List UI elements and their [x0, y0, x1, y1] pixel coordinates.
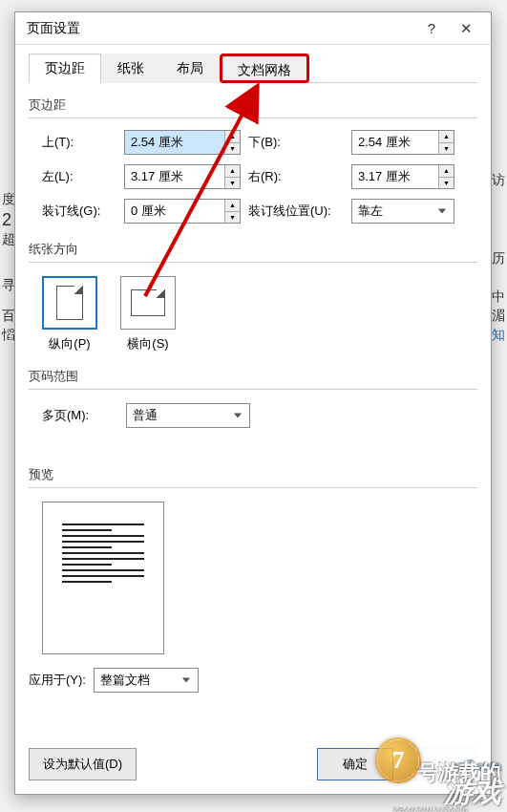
- landscape-icon-box: [120, 276, 176, 330]
- gutter-spinner[interactable]: ▲▼: [124, 199, 241, 224]
- spin-buttons[interactable]: ▲▼: [224, 165, 240, 188]
- ok-button[interactable]: 确定: [317, 748, 393, 780]
- orientation-portrait[interactable]: 纵向(P): [42, 276, 97, 353]
- section-rule: [29, 389, 477, 390]
- spin-buttons[interactable]: ▲▼: [224, 200, 240, 223]
- bg-text: 中: [492, 288, 505, 306]
- gutter-input[interactable]: [125, 200, 224, 223]
- preview-line: [62, 541, 144, 543]
- bg-text: 慆: [2, 327, 15, 344]
- spin-up-icon[interactable]: ▲: [225, 200, 240, 212]
- preview-line: [62, 564, 112, 566]
- apply-to-select[interactable]: 整篇文档: [94, 668, 199, 693]
- spin-down-icon[interactable]: ▼: [225, 143, 240, 155]
- tab-margins[interactable]: 页边距: [29, 53, 101, 83]
- tab-paper[interactable]: 纸张: [101, 53, 160, 83]
- preview-line: [62, 535, 144, 537]
- preview-line: [62, 552, 144, 554]
- preview-line: [62, 569, 144, 571]
- gutter-pos-select[interactable]: 靠左: [351, 199, 454, 224]
- dialog-title: 页面设置: [23, 20, 414, 37]
- section-rule: [29, 118, 477, 118]
- spin-up-icon[interactable]: ▲: [225, 165, 240, 178]
- left-label: 左(L):: [42, 168, 116, 185]
- cancel-button[interactable]: 取消: [401, 748, 477, 780]
- portrait-icon-box: [42, 276, 97, 330]
- section-orientation-label: 纸张方向: [29, 241, 477, 258]
- top-input[interactable]: [125, 131, 224, 154]
- landscape-page-icon: [131, 289, 165, 316]
- spin-down-icon[interactable]: ▼: [225, 178, 240, 189]
- tab-document-grid[interactable]: 文档网格: [220, 53, 309, 83]
- multi-pages-label: 多页(M):: [42, 407, 109, 424]
- preview-line: [62, 558, 144, 560]
- top-label: 上(T):: [42, 134, 116, 151]
- set-default-button[interactable]: 设为默认值(D): [29, 748, 137, 780]
- bottom-input[interactable]: [352, 131, 438, 154]
- preview-page: [42, 502, 164, 654]
- right-spinner[interactable]: ▲▼: [351, 164, 454, 189]
- top-spinner[interactable]: ▲▼: [124, 130, 241, 155]
- right-label: 右(R):: [248, 168, 344, 185]
- preview-line: [62, 529, 112, 531]
- spin-up-icon[interactable]: ▲: [439, 131, 454, 143]
- close-button[interactable]: ✕: [449, 15, 483, 42]
- apply-to-row: 应用于(Y): 整篇文档: [29, 668, 477, 693]
- bg-text: 历: [492, 250, 505, 267]
- spin-buttons[interactable]: ▲▼: [438, 131, 454, 154]
- preview-line: [62, 581, 112, 583]
- spin-down-icon[interactable]: ▼: [439, 178, 454, 189]
- preview-line: [62, 524, 144, 525]
- gutter-label: 装订线(G):: [42, 203, 116, 220]
- bg-text: 2: [2, 210, 11, 230]
- orientation-landscape[interactable]: 横向(S): [120, 276, 176, 353]
- left-input[interactable]: [125, 165, 224, 188]
- bottom-spinner[interactable]: ▲▼: [351, 130, 454, 155]
- tab-layout[interactable]: 布局: [160, 53, 220, 83]
- portrait-page-icon: [56, 286, 83, 320]
- spin-buttons[interactable]: ▲▼: [224, 131, 240, 154]
- spin-down-icon[interactable]: ▼: [225, 212, 240, 224]
- spin-up-icon[interactable]: ▲: [225, 131, 240, 143]
- bg-text: 度: [2, 191, 15, 208]
- bg-text: 超: [2, 231, 15, 248]
- apply-to-label: 应用于(Y):: [29, 672, 86, 689]
- landscape-label: 横向(S): [127, 336, 168, 351]
- bg-text: 寻: [2, 277, 15, 294]
- watermark-sub: ZHAOYOUXIWANG: [393, 806, 469, 812]
- preview-line: [62, 546, 112, 548]
- multi-pages-row: 多页(M): 普通: [42, 403, 477, 428]
- bottom-label: 下(B):: [248, 134, 344, 151]
- multi-pages-select[interactable]: 普通: [126, 403, 250, 428]
- right-input[interactable]: [352, 165, 438, 188]
- portrait-label: 纵向(P): [49, 336, 90, 351]
- bg-text: 访: [492, 172, 505, 189]
- button-row: 设为默认值(D) 确定 取消: [29, 748, 477, 780]
- margins-grid: 上(T): ▲▼ 下(B): ▲▼ 左(L): ▲▼ 右(R): ▲▼ 装订线(…: [42, 130, 477, 224]
- titlebar: 页面设置 ? ✕: [15, 12, 491, 45]
- spin-buttons[interactable]: ▲▼: [438, 165, 454, 188]
- spin-down-icon[interactable]: ▼: [439, 143, 454, 155]
- section-rule: [29, 487, 477, 488]
- tab-bar: 页边距 纸张 布局 文档网格: [29, 53, 477, 83]
- section-rule: [29, 262, 477, 263]
- orientation-row: 纵向(P) 横向(S): [42, 276, 477, 353]
- bg-text: 湄: [492, 308, 505, 325]
- help-button[interactable]: ?: [414, 15, 449, 42]
- gutter-pos-label: 装订线位置(U):: [248, 203, 344, 220]
- section-margins-label: 页边距: [29, 96, 477, 114]
- dialog-content: 页边距 纸张 布局 文档网格 页边距 上(T): ▲▼ 下(B): ▲▼ 左(L…: [15, 45, 491, 706]
- preview-line: [62, 575, 144, 577]
- section-pages-label: 页码范围: [29, 368, 477, 385]
- bg-text: 百: [2, 308, 15, 325]
- section-preview-label: 预览: [29, 466, 477, 483]
- bg-text: 知: [492, 327, 505, 344]
- spin-up-icon[interactable]: ▲: [439, 165, 454, 178]
- page-setup-dialog: 页面设置 ? ✕ 页边距 纸张 布局 文档网格 页边距 上(T): ▲▼ 下(B…: [14, 11, 492, 795]
- left-spinner[interactable]: ▲▼: [124, 164, 241, 189]
